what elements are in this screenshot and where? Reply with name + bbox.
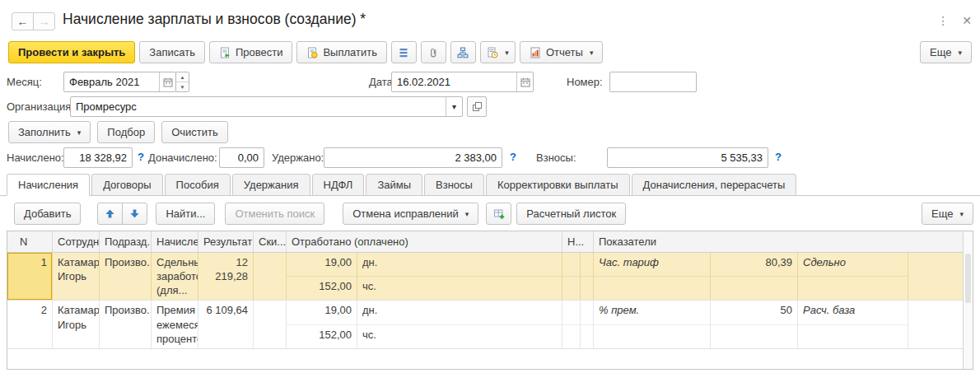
accrued-help-link[interactable]: ? — [138, 151, 144, 163]
tab-korrektirovki[interactable]: Корректировки выплаты — [486, 174, 630, 196]
pay-button-label: Выплатить — [323, 46, 377, 58]
organization-open-button[interactable] — [467, 96, 487, 117]
cell-worked-units[interactable]: дн. чс. — [357, 253, 562, 300]
cell-indicator-name[interactable]: Час. тариф — [594, 253, 711, 300]
close-icon[interactable]: ✕ — [962, 14, 972, 27]
open-link-icon — [472, 101, 483, 112]
col-header-discount[interactable]: Ски... — [254, 231, 287, 252]
month-spinner[interactable]: ▲ ▼ — [175, 72, 189, 92]
withheld-input[interactable]: 2 383,00 — [324, 147, 502, 168]
organization-input[interactable]: Промресурс ▾ — [70, 96, 463, 117]
kebab-icon[interactable]: ⋮ — [937, 14, 949, 27]
cell-indicator-value[interactable]: 50 — [711, 301, 798, 347]
cell-trailing[interactable] — [908, 253, 963, 300]
more-button-table[interactable]: Еще ▾ — [922, 203, 973, 225]
number-input[interactable] — [609, 72, 697, 92]
tab-dogovory[interactable]: Договоры — [91, 174, 162, 196]
find-button[interactable]: Найти... — [156, 203, 215, 225]
create-based-on-button[interactable]: ▾ — [480, 41, 516, 63]
added-input[interactable]: 0,00 — [219, 147, 264, 168]
cell-n3[interactable] — [581, 301, 594, 347]
cell-employee[interactable]: Катамар... Игорь — [53, 253, 100, 300]
cell-department[interactable]: Произво... — [100, 301, 152, 347]
col-header-result[interactable]: Результат — [198, 231, 254, 252]
cell-employee[interactable]: Катамар... Игорь — [53, 301, 100, 347]
tab-donachisleniya[interactable]: Доначисления, перерасчеты — [632, 174, 797, 196]
cell-worked-values[interactable]: 19,00 152,00 — [287, 253, 357, 300]
cell-n2[interactable] — [562, 253, 581, 300]
structure-icon-button[interactable] — [450, 41, 476, 63]
more-button-top[interactable]: Еще ▾ — [920, 41, 972, 63]
cell-indicator-extra[interactable]: Сдельно — [798, 253, 908, 300]
accrued-input[interactable]: 18 328,92 — [63, 147, 133, 168]
spin-up-icon[interactable]: ▲ — [176, 72, 189, 82]
paperclip-icon-button[interactable] — [421, 41, 446, 63]
post-and-close-button[interactable]: Провести и закрыть — [8, 41, 135, 63]
cell-department[interactable]: Произво... — [100, 253, 152, 300]
cell-indicator-name[interactable]: % прем. — [594, 301, 711, 347]
contributions-input[interactable]: 5 535,33 — [607, 147, 768, 168]
spin-down-icon[interactable]: ▼ — [176, 82, 189, 91]
reports-button[interactable]: Отчеты ▾ — [520, 41, 603, 63]
tab-ndfl[interactable]: НДФЛ — [312, 174, 365, 196]
form-payroll-accrual: ← → Начисление зарплаты и взносов (созда… — [0, 0, 980, 373]
cell-worked-values[interactable]: 19,00 152,00 — [287, 301, 357, 347]
cell-n[interactable]: 2 — [7, 301, 53, 347]
journal-icon — [398, 47, 409, 58]
added-label: Доначислено: — [148, 152, 217, 164]
col-header-n[interactable]: N — [7, 231, 53, 252]
cancel-search-button[interactable]: Отменить поиск — [225, 203, 324, 225]
contributions-help-link[interactable]: ? — [775, 151, 782, 163]
withheld-help-link[interactable]: ? — [510, 151, 516, 163]
cell-trailing[interactable] — [908, 301, 963, 347]
clear-button[interactable]: Очистить — [161, 121, 228, 143]
cell-n[interactable]: 1 — [7, 253, 53, 300]
cell-result[interactable]: 6 109,64 — [198, 301, 254, 347]
organization-dropdown-icon[interactable]: ▾ — [446, 97, 462, 116]
tab-uderzhaniya[interactable]: Удержания — [232, 174, 310, 196]
fill-button[interactable]: Заполнить ▾ — [8, 121, 91, 143]
col-header-employee[interactable]: Сотрудник — [53, 231, 100, 252]
date-calendar-icon[interactable] — [516, 72, 533, 91]
date-input[interactable]: 16.02.2021 — [391, 72, 534, 92]
scrollbar-thumb[interactable] — [965, 254, 971, 303]
forward-button[interactable]: → — [33, 12, 55, 30]
journal-icon-button[interactable] — [391, 41, 417, 63]
col-header-worked[interactable]: Отработано (оплачено) — [287, 231, 562, 252]
back-button[interactable]: ← — [12, 12, 34, 30]
tab-zaymy[interactable]: Займы — [366, 174, 422, 196]
document-clock-icon — [487, 47, 498, 58]
month-input[interactable]: Февраль 2021 — [63, 72, 176, 92]
move-up-button[interactable] — [97, 203, 123, 225]
cell-accrual[interactable]: Сдельный заработок (для... — [152, 253, 198, 300]
cell-result[interactable]: 12 219,28 — [198, 253, 254, 300]
cell-discount[interactable] — [254, 301, 287, 347]
payslip-button[interactable]: Расчетный листок — [516, 203, 626, 225]
cell-n2[interactable] — [562, 301, 581, 347]
month-value: Февраль 2021 — [64, 76, 159, 88]
vertical-scrollbar[interactable] — [963, 231, 973, 369]
pay-button[interactable]: Выплатить — [296, 41, 387, 63]
tab-vznosy[interactable]: Взносы — [424, 174, 484, 196]
col-header-accrual[interactable]: Начисле... — [152, 231, 198, 252]
save-button[interactable]: Записать — [139, 41, 205, 63]
table-settings-icon-button[interactable] — [486, 203, 511, 225]
cancel-corrections-button[interactable]: Отмена исправлений ▾ — [343, 203, 478, 225]
tab-nachisleniya[interactable]: Начисления — [7, 174, 90, 196]
tab-posobiya[interactable]: Пособия — [165, 174, 231, 196]
cell-indicator-value[interactable]: 80,39 — [711, 253, 798, 300]
pick-button[interactable]: Подбор — [97, 121, 155, 143]
move-down-button[interactable] — [122, 203, 147, 225]
cell-n3[interactable] — [581, 253, 594, 300]
col-header-indicators[interactable]: Показатели — [594, 231, 963, 252]
row-organization: Организация: Промресурс ▾ — [0, 95, 980, 119]
col-header-department[interactable]: Подразд... — [100, 231, 152, 252]
cell-discount[interactable] — [254, 253, 287, 300]
cell-worked-units[interactable]: дн. чс. — [357, 301, 562, 347]
col-header-n2[interactable]: Н... — [562, 231, 594, 252]
add-button[interactable]: Добавить — [14, 203, 81, 225]
cell-indicator-extra[interactable]: Расч. база — [798, 301, 908, 347]
post-button[interactable]: Провести — [209, 41, 293, 63]
cell-accrual[interactable]: Премия ежемеся... процентом — [152, 301, 198, 347]
month-calendar-icon[interactable] — [159, 72, 175, 91]
